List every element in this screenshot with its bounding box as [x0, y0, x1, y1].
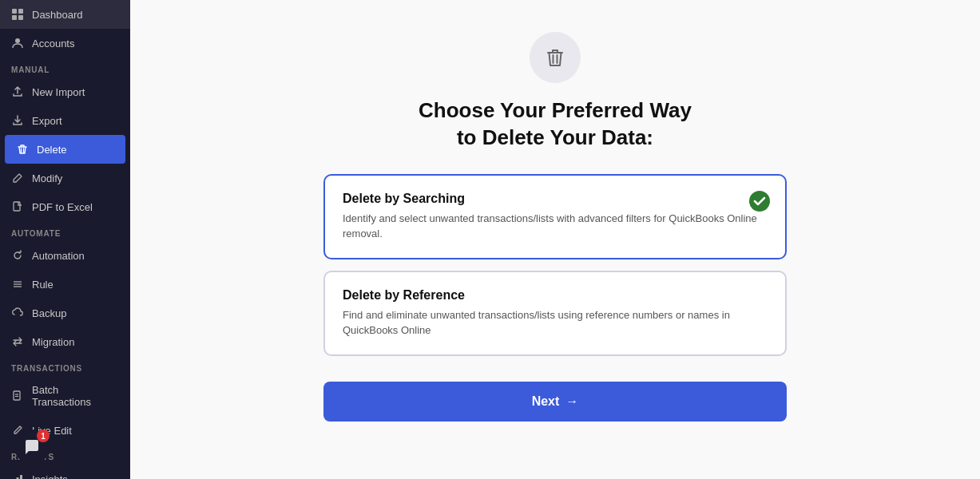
- sidebar-item-label: Batch Transactions: [32, 384, 119, 408]
- sidebar-item-dashboard[interactable]: Dashboard: [0, 0, 130, 29]
- download-icon: [11, 114, 24, 127]
- option-description: Find and eliminate unwanted transactions…: [343, 307, 768, 338]
- file-icon: [11, 200, 24, 213]
- sidebar-item-label: Rule: [32, 279, 54, 291]
- sidebar-item-export[interactable]: Export: [0, 106, 130, 135]
- page-title: Choose Your Preferred Way to Delete Your…: [419, 97, 692, 152]
- options-container: Delete by Searching Identify and select …: [323, 174, 787, 422]
- sidebar-item-label: Accounts: [32, 38, 74, 49]
- svg-rect-2: [12, 15, 17, 20]
- grid-icon: [11, 8, 24, 21]
- trash-icon: [16, 143, 29, 156]
- chat-bubble[interactable]: 1: [14, 430, 50, 465]
- option-delete-by-reference[interactable]: Delete by Reference Find and eliminate u…: [323, 271, 787, 356]
- file2-icon: [11, 390, 24, 402]
- sidebar-item-rule[interactable]: Rule: [0, 270, 130, 299]
- svg-point-4: [15, 38, 20, 43]
- sidebar-item-accounts[interactable]: Accounts: [0, 29, 130, 57]
- sidebar-item-label: PDF to Excel: [32, 201, 93, 213]
- edit-icon: [11, 172, 24, 184]
- next-button[interactable]: Next →: [323, 382, 787, 422]
- upload-icon: [11, 85, 24, 98]
- sidebar-item-delete[interactable]: Delete: [5, 135, 125, 164]
- refresh-icon: [11, 249, 24, 262]
- sidebar-item-migration[interactable]: Migration: [0, 327, 130, 356]
- svg-rect-5: [14, 202, 20, 211]
- arrows-icon: [11, 335, 24, 348]
- trash-icon-header: [530, 32, 581, 83]
- chat-badge: 1: [37, 430, 50, 442]
- section-label-automate: AUTOMATE: [0, 221, 130, 241]
- svg-rect-14: [20, 475, 22, 479]
- sidebar-item-backup[interactable]: Backup: [0, 299, 130, 327]
- option-title: Delete by Reference: [343, 288, 768, 303]
- sidebar-item-insights[interactable]: Insights: [0, 465, 130, 479]
- svg-point-19: [749, 191, 770, 212]
- person-icon: [11, 37, 24, 49]
- main-content: Choose Your Preferred Way to Delete Your…: [130, 0, 980, 479]
- svg-rect-3: [18, 15, 23, 20]
- sidebar-item-label: Automation: [32, 250, 85, 262]
- selected-check-icon: [748, 190, 771, 212]
- next-button-label: Next: [532, 394, 560, 409]
- svg-rect-1: [18, 9, 23, 14]
- sidebar-item-label: Insights: [32, 473, 68, 480]
- section-label-transactions: TRANSACTIONS: [0, 356, 130, 376]
- sidebar-item-new-import[interactable]: New Import: [0, 77, 130, 106]
- svg-rect-0: [12, 9, 17, 14]
- sidebar-item-label: Delete: [37, 144, 67, 156]
- sidebar-item-pdf-to-excel[interactable]: PDF to Excel: [0, 192, 130, 221]
- option-description: Identify and select unwanted transaction…: [343, 211, 768, 242]
- sidebar-item-label: Migration: [32, 336, 74, 348]
- chart-icon: [11, 473, 24, 479]
- sidebar-item-label: Export: [32, 115, 62, 127]
- next-arrow-icon: →: [565, 394, 578, 409]
- sidebar-item-modify[interactable]: Modify: [0, 164, 130, 192]
- sidebar-item-label: Dashboard: [32, 9, 83, 21]
- list-icon: [11, 278, 24, 291]
- sidebar-item-batch-transactions[interactable]: Batch Transactions: [0, 376, 130, 416]
- cloud-icon: [11, 307, 24, 319]
- option-delete-by-searching[interactable]: Delete by Searching Identify and select …: [323, 174, 787, 259]
- svg-rect-9: [14, 391, 20, 400]
- option-title: Delete by Searching: [343, 192, 768, 206]
- sidebar-item-automation[interactable]: Automation: [0, 241, 130, 270]
- sidebar-item-label: New Import: [32, 86, 85, 98]
- sidebar-item-label: Modify: [32, 172, 62, 184]
- sidebar-item-label: Backup: [32, 307, 66, 319]
- sidebar: Dashboard Accounts MANUAL New Import: [0, 0, 130, 479]
- section-label-manual: MANUAL: [0, 57, 130, 77]
